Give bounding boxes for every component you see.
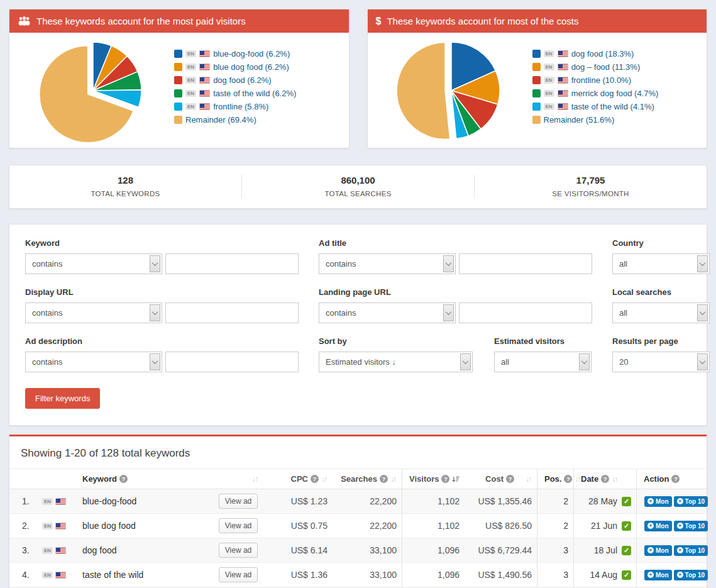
local-searches-select[interactable]: all: [612, 302, 710, 323]
ad-description-input[interactable]: [165, 352, 299, 372]
legend-swatch: [532, 63, 541, 71]
legend-swatch: [532, 76, 541, 84]
action-label: Mon: [656, 498, 669, 505]
top10-button[interactable]: +Top 10: [674, 570, 708, 580]
pie-slice: [397, 43, 450, 140]
ad-title-match-select[interactable]: contains: [319, 253, 456, 274]
panel-title: These keywords account for the most paid…: [36, 16, 246, 26]
monitor-button[interactable]: +Mon: [644, 570, 672, 580]
sort-icon[interactable]: ↓↑: [321, 475, 328, 484]
costs-chart-header: $ These keywords account for most of the…: [368, 9, 707, 33]
position-cell: 3: [537, 538, 573, 562]
cpc-cell: US$ 1.23: [263, 489, 333, 513]
date-value: 28 May: [588, 496, 617, 506]
filter-estimated-visitors: Estimated visitors all: [494, 336, 592, 372]
help-icon[interactable]: ?: [564, 475, 572, 483]
check-icon: ✓: [622, 521, 631, 531]
us-flag-icon: [199, 103, 210, 110]
keyword-match-select[interactable]: contains: [25, 253, 162, 274]
estimated-visitors-select[interactable]: all: [494, 352, 592, 372]
action-label: Top 10: [685, 498, 705, 505]
select-value: all: [619, 308, 627, 318]
landing-page-url-input[interactable]: [459, 302, 592, 323]
costs-chart-panel: $ These keywords account for most of the…: [367, 9, 708, 148]
legend-item: ENdog food (18.3%): [532, 49, 659, 58]
help-icon[interactable]: ?: [311, 475, 319, 483]
position-cell: 2: [537, 489, 573, 513]
monitor-button[interactable]: +Mon: [644, 545, 672, 556]
column-label: Searches: [341, 474, 377, 484]
us-flag-icon: [558, 50, 568, 57]
legend-label: frontline (5.8%): [213, 102, 268, 111]
top10-button[interactable]: +Top 10: [674, 521, 708, 531]
landing-page-url-match-select[interactable]: contains: [319, 302, 456, 323]
help-icon[interactable]: ?: [506, 475, 514, 483]
cost-cell: US$ 826.50: [465, 514, 537, 538]
keyword-cell: taste of the wild: [74, 563, 213, 587]
keyword-input[interactable]: [165, 253, 299, 274]
date-value: 18 Jul: [594, 545, 617, 555]
help-icon[interactable]: ?: [601, 475, 609, 483]
top10-button[interactable]: +Top 10: [674, 545, 708, 556]
date-value: 14 Aug: [590, 570, 617, 580]
us-flag-icon: [199, 77, 210, 84]
table-row: 4.ENtaste of the wildView adUS$ 1.3633,1…: [9, 563, 707, 587]
sort-icon[interactable]: ↓↑: [612, 475, 618, 484]
ad-title-input[interactable]: [459, 253, 592, 274]
column-header-cpc: CPC ? ↓↑: [263, 469, 333, 489]
pie-chart: [12, 36, 174, 145]
country-select[interactable]: all: [612, 253, 710, 274]
sort-icon[interactable]: ↓↑: [252, 475, 258, 484]
view-ad-button[interactable]: View ad: [219, 518, 258, 533]
language-badge: EN: [185, 90, 196, 97]
check-icon: ✓: [622, 497, 631, 506]
help-icon[interactable]: ?: [119, 475, 128, 483]
top10-button[interactable]: +Top 10: [674, 496, 708, 507]
legend-item: ENfrontline (10.0%): [532, 75, 659, 85]
display-url-match-select[interactable]: contains: [25, 302, 162, 323]
arrow-up-circle-icon: +: [647, 498, 654, 504]
select-value: contains: [326, 259, 356, 269]
sort-desc-active-icon[interactable]: [452, 475, 460, 483]
column-label: Cost: [485, 474, 504, 484]
field-label: Keyword: [25, 238, 299, 248]
stat-label: SE VISITORS/MONTH: [475, 190, 707, 197]
action-cell: +Mon+Top 10: [636, 514, 707, 538]
language-badge: EN: [544, 64, 554, 70]
help-icon[interactable]: ?: [441, 475, 449, 483]
view-ad-button[interactable]: View ad: [219, 543, 258, 558]
sort-icon[interactable]: ↓↑: [390, 475, 397, 484]
help-icon[interactable]: ?: [671, 475, 680, 483]
people-icon: [18, 16, 31, 26]
position-cell: 2: [537, 514, 573, 538]
view-ad-button[interactable]: View ad: [219, 494, 258, 509]
table-summary: Showing 1-20 of 128 total keywords: [9, 436, 707, 469]
column-label: Pos.: [544, 474, 561, 484]
help-icon[interactable]: ?: [380, 475, 388, 483]
row-flags: EN: [37, 538, 74, 562]
display-url-input[interactable]: [165, 302, 299, 323]
column-label: Keyword: [82, 474, 117, 484]
legend-item: ENfrontline (5.8%): [174, 102, 296, 111]
column-label: Visitors: [409, 474, 439, 484]
stat-value: 17,795: [475, 175, 707, 186]
legend-swatch: [174, 89, 182, 97]
sort-by-select[interactable]: Estimated visitors ↓: [319, 352, 473, 372]
us-flag-icon: [55, 523, 66, 530]
sort-icon[interactable]: ↓↑: [526, 475, 532, 484]
legend-item: ENtaste of the wild (4.1%): [532, 102, 659, 111]
view-ad-button[interactable]: View ad: [219, 567, 258, 582]
ad-description-match-select[interactable]: contains: [25, 352, 162, 372]
us-flag-icon: [199, 50, 210, 57]
chevron-down-icon: [697, 304, 708, 321]
results-per-page-select[interactable]: 20: [612, 352, 710, 372]
panel-title: These keywords account for most of the c…: [387, 16, 578, 26]
filter-keywords-button[interactable]: Filter keywords: [25, 388, 100, 409]
legend-label: Remainder (51.6%): [544, 115, 615, 125]
monitor-button[interactable]: +Mon: [644, 521, 672, 531]
field-label: Ad title: [319, 238, 592, 248]
monitor-button[interactable]: +Mon: [644, 496, 672, 507]
visitors-cell: 1,102: [402, 489, 465, 513]
chevron-down-icon: [443, 255, 454, 272]
row-flags: EN: [37, 563, 74, 587]
